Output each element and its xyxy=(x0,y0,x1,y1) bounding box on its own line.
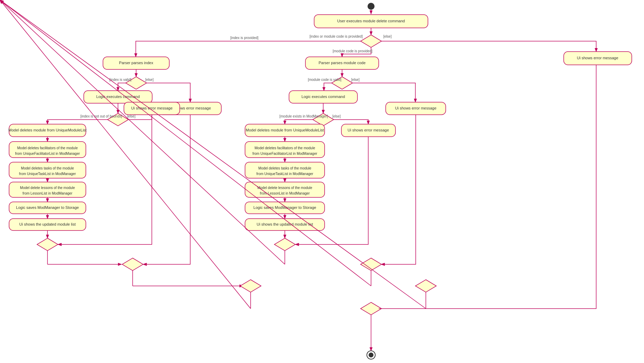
diamond-d7 xyxy=(274,238,295,251)
model-del-fac-1-label-1: Model deletes facilitators of the module xyxy=(17,146,78,150)
user-executes-label: User executes module delete command xyxy=(337,19,405,23)
model-del-lessons-2-label-1: Model delete lessons of the module xyxy=(257,186,312,190)
model-del-fac-1-label-2: from UniqueFacilitatorList in ModManager xyxy=(15,152,80,156)
parser-module-label: Parser parses module code xyxy=(319,61,366,65)
guard-module-provided: [module code is provided] xyxy=(333,49,372,53)
model-del-lessons-1-label-1: Model delete lessons of the module xyxy=(20,186,75,190)
model-del-fac-2-label-1: Model deletes facilitators of the module xyxy=(254,146,315,150)
model-del-module-2-label: Model deletes module from UniqueModuleLi… xyxy=(246,128,324,132)
model-del-lessons-2-label-2: from LessonList in ModManager xyxy=(260,191,310,195)
model-del-module-1-label: Model deletes module from UniqueModuleLi… xyxy=(8,128,87,132)
model-del-tasks-1-label-2: from UniqueTaskList in ModManager xyxy=(19,172,76,176)
ui-error-1-label: Ui shows error message xyxy=(577,56,619,60)
parser-index-label: Parser parses index xyxy=(119,61,153,65)
arrow-d1-else-to-error1 xyxy=(382,41,596,52)
diamond-d6 xyxy=(37,238,58,251)
ui-error-4-label: Ui shows error message xyxy=(131,106,173,110)
line-error1-to-d12 xyxy=(379,65,596,309)
guard-not-out-bounds: [index is not out of bounds] xyxy=(80,114,122,118)
logic-exec-2-label: Logic executes command xyxy=(302,94,345,99)
guard-else-d1: [else] xyxy=(383,35,392,38)
arrow-d2-else-to-error2 xyxy=(147,83,190,102)
model-del-fac-2-label-2: from UniqueFacilitatorList in ModManager xyxy=(252,152,317,156)
diagram-container: User executes module delete command [ind… xyxy=(0,0,644,363)
arrow-error2-to-d8 xyxy=(143,115,190,264)
arrow-d3-else-to-error3 xyxy=(353,83,415,102)
guard-index-or-module: [index or module code is provided] xyxy=(310,35,363,38)
diamond-d12 xyxy=(361,302,382,315)
arrow-d3-to-logic2 xyxy=(324,83,332,91)
logic-saves-1-label: Logic saves ModManager to Storage xyxy=(16,205,79,210)
ui-error-3-label: Ui shows error message xyxy=(395,106,437,110)
arrow-d5-else-to-error5 xyxy=(334,120,368,124)
guard-else-d5: [else] xyxy=(332,114,341,118)
ui-error-5-label: Ui shows error message xyxy=(348,128,389,132)
ui-updated-1-label: Ui shows the updated module list xyxy=(19,222,75,226)
guard-else-d2: [else] xyxy=(145,78,154,82)
arrow-d5-to-del-module2 xyxy=(285,120,313,124)
arrow-d4-to-del-module1 xyxy=(47,120,108,124)
model-del-tasks-1-box xyxy=(9,162,86,178)
diamond-d11 xyxy=(415,280,436,292)
arrow-d2-to-logic1 xyxy=(118,83,126,91)
start-node xyxy=(368,3,375,10)
guard-module-valid: [module code is valid] xyxy=(308,78,341,82)
arrow-d1-to-parser-index xyxy=(136,41,361,57)
arrow-error3-to-d9 xyxy=(381,115,416,264)
model-del-lessons-1-label-2: from LessonList in ModManager xyxy=(23,191,73,195)
end-inner-circle xyxy=(369,353,373,357)
model-del-tasks-2-box xyxy=(245,162,325,178)
guard-module-exists: [module exists in ModManager] xyxy=(280,114,328,118)
guard-else-d3: [else] xyxy=(351,78,360,82)
activity-diagram: User executes module delete command [ind… xyxy=(0,0,644,363)
model-del-tasks-1-label-1: Model deletes tasks of the module xyxy=(21,166,74,170)
ui-updated-2-label: Ui shows the updated module list xyxy=(257,222,313,226)
diamond-d8 xyxy=(122,258,143,271)
model-del-tasks-2-label-1: Model deletes tasks of the module xyxy=(258,166,311,170)
guard-index-provided: [index is provided] xyxy=(230,36,259,40)
guard-index-valid: [index is valid] xyxy=(110,78,132,82)
model-del-tasks-2-label-2: from UniqueTaskList in ModManager xyxy=(257,172,314,176)
logic-saves-2-label: Logic saves ModManager to Storage xyxy=(253,205,316,210)
diamond-d1 xyxy=(361,35,382,47)
diamond-d10 xyxy=(240,280,261,292)
